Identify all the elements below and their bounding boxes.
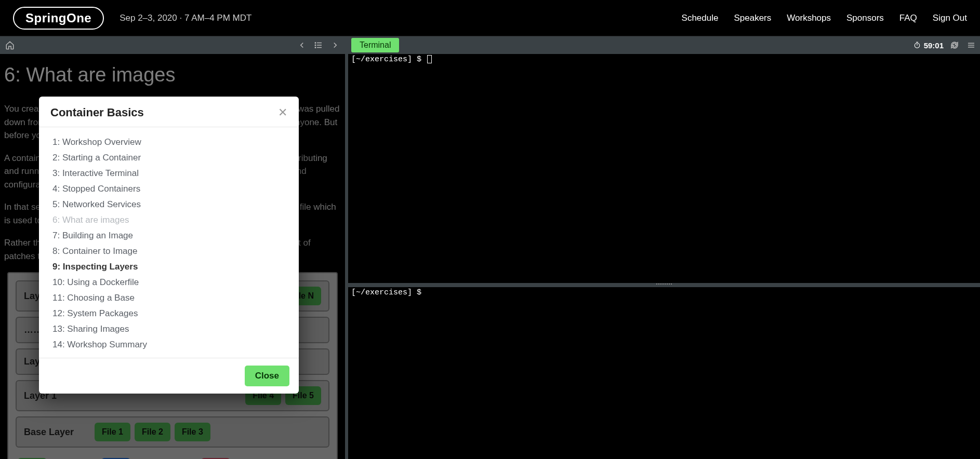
nav-links: Schedule Speakers Workshops Sponsors FAQ… bbox=[682, 13, 967, 23]
file-pill: File 1 bbox=[95, 423, 130, 441]
legend: Addition Modification Deletion bbox=[16, 453, 329, 459]
nav-sponsors[interactable]: Sponsors bbox=[846, 13, 884, 23]
svg-point-5 bbox=[315, 47, 316, 48]
toc-item[interactable]: 6: What are images bbox=[41, 212, 297, 228]
cursor-icon bbox=[427, 55, 432, 63]
modal-footer: Close bbox=[39, 358, 299, 394]
nav-schedule[interactable]: Schedule bbox=[682, 13, 719, 23]
page-title: 6: What are images bbox=[4, 60, 341, 90]
toc-item[interactable]: 12: System Packages bbox=[41, 306, 297, 321]
timer-value: 59:01 bbox=[924, 41, 944, 50]
session-timer: 59:01 bbox=[913, 41, 944, 50]
toc-item[interactable]: 9: Inspecting Layers bbox=[41, 259, 297, 275]
toc-item[interactable]: 11: Choosing a Base bbox=[41, 290, 297, 306]
modal-title: Container Basics bbox=[50, 106, 144, 119]
arrow-left-icon[interactable] bbox=[296, 39, 308, 51]
stopwatch-icon bbox=[913, 42, 921, 49]
right-toolbar: Terminal 59:01 bbox=[348, 36, 980, 54]
nav-faq[interactable]: FAQ bbox=[899, 13, 917, 23]
nav-speakers[interactable]: Speakers bbox=[734, 13, 771, 23]
terminal-bottom[interactable]: [~/exercises] $ bbox=[348, 287, 980, 459]
terminal-prompt: [~/exercises] $ bbox=[351, 288, 421, 297]
top-nav: SpringOne Sep 2–3, 2020 · 7 AM–4 PM MDT … bbox=[0, 0, 980, 36]
left-toolbar bbox=[0, 36, 345, 54]
layer-label: Base Layer bbox=[24, 425, 74, 439]
toc-item[interactable]: 3: Interactive Terminal bbox=[41, 166, 297, 181]
layer-row: Base Layer File 1 File 2 File 3 bbox=[16, 416, 329, 448]
toc-item[interactable]: 13: Sharing Images bbox=[41, 321, 297, 337]
arrow-right-icon[interactable] bbox=[329, 39, 341, 51]
toc-item[interactable]: 5: Networked Services bbox=[41, 197, 297, 212]
toc-item[interactable]: 14: Workshop Summary bbox=[41, 337, 297, 353]
terminal-top[interactable]: [~/exercises] $ bbox=[348, 54, 980, 283]
svg-point-3 bbox=[315, 43, 316, 44]
logo[interactable]: SpringOne bbox=[13, 7, 104, 30]
nav-workshops[interactable]: Workshops bbox=[787, 13, 831, 23]
file-pill: File 2 bbox=[135, 423, 170, 441]
hamburger-icon[interactable] bbox=[965, 39, 977, 51]
toc-modal: Container Basics ✕ 1: Workshop Overview2… bbox=[39, 97, 299, 394]
horizontal-splitter[interactable] bbox=[348, 283, 980, 287]
svg-point-4 bbox=[315, 45, 316, 46]
toc-item[interactable]: 2: Starting a Container bbox=[41, 150, 297, 166]
toc-item[interactable]: 4: Stopped Containers bbox=[41, 181, 297, 197]
main-split: 6: What are images You created a contain… bbox=[0, 36, 980, 459]
tab-terminal[interactable]: Terminal bbox=[351, 38, 399, 52]
toc-item[interactable]: 10: Using a Dockerfile bbox=[41, 275, 297, 290]
home-icon[interactable] bbox=[4, 39, 16, 51]
close-button[interactable]: Close bbox=[245, 366, 289, 386]
left-pane: 6: What are images You created a contain… bbox=[0, 36, 348, 459]
nav-signout[interactable]: Sign Out bbox=[933, 13, 967, 23]
toc-item[interactable]: 8: Container to Image bbox=[41, 244, 297, 259]
event-info: Sep 2–3, 2020 · 7 AM–4 PM MDT bbox=[120, 13, 251, 23]
list-icon[interactable] bbox=[313, 39, 324, 51]
modal-header: Container Basics ✕ bbox=[39, 97, 299, 127]
terminal-prompt: [~/exercises] $ bbox=[351, 55, 426, 64]
file-pill: File 3 bbox=[175, 423, 210, 441]
refresh-icon[interactable] bbox=[949, 39, 960, 51]
toc-item[interactable]: 1: Workshop Overview bbox=[41, 134, 297, 150]
modal-body: 1: Workshop Overview2: Starting a Contai… bbox=[39, 127, 299, 358]
close-icon[interactable]: ✕ bbox=[278, 107, 287, 118]
right-pane: Terminal 59:01 [~/exercises] $ [~/exerci… bbox=[348, 36, 980, 459]
toc-item[interactable]: 7: Building an Image bbox=[41, 228, 297, 244]
